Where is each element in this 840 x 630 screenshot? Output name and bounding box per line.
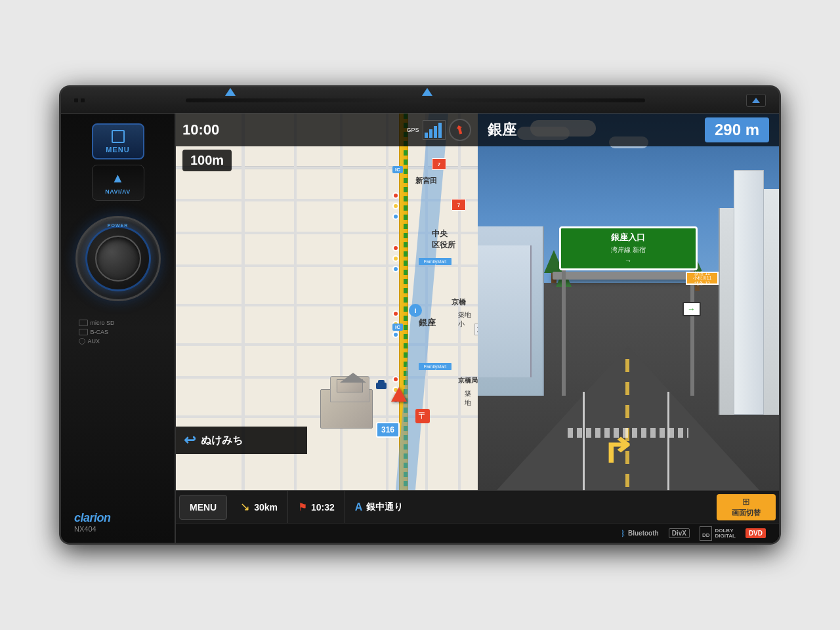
arrival-time-text: 10:32 [311,502,335,513]
building-right-tall [734,170,764,415]
place-ginza-map: 銀座 [419,317,436,329]
road-center-line [625,359,629,490]
place-tsukiji: 築地 [465,389,478,408]
bluetooth-icon: ᛒ [621,529,625,538]
orange-sign: 新宿 11小松川11北条 12 [686,272,719,285]
route-distance-item: ↖ 30km [230,491,288,523]
aux-icon [79,338,85,345]
arrival-time-item: ⚑ 10:32 [288,491,345,523]
road-line-left [583,392,585,490]
poi-familymart1: FamilyMart [419,258,452,265]
main-body: MENU ▲ NAVI/AV POWER micr [61,114,779,543]
screen-switch-icon: ⊞ [742,496,750,507]
microsd-icon [79,320,88,326]
compass: ⬆ [449,119,471,141]
navi-arrow-icon: ▲ [112,171,125,186]
road-line-right [667,392,669,490]
gps-block: GPS ⬆ [406,119,471,141]
map-distance: 100m [182,150,232,171]
dvd-label: DVD [746,528,766,538]
disc-slot-left [74,98,85,102]
route-dots-col1 [392,192,399,220]
post-office: 〒 [415,409,430,423]
road-name-item: A 銀中通り [345,491,413,523]
screen-content: 新宮田 中央区役所 銀座 京橋 築地小 京橋局 築地 歌舞伎座 IC IC 7 … [176,114,779,490]
power-ring [85,226,151,291]
road-number-badge: 316 [376,422,400,438]
map-panel[interactable]: 新宮田 中央区役所 銀座 京橋 築地小 京橋局 築地 歌舞伎座 IC IC 7 … [176,114,478,490]
dolby-symbol: DD [700,526,713,541]
dolby-text-stack: DOLBY DIGITAL [715,528,735,539]
device-unit: MENU ▲ NAVI/AV POWER micr [59,85,781,545]
brand-area: clarion NX404 [68,511,168,533]
view3d-top-bar: 銀座 290 m [478,114,780,146]
map-instruction: ↩ ぬけみち [176,427,307,454]
screen-switch-button[interactable]: ⊞ 画面切替 [717,494,776,520]
bcas-slot: B-CAS [79,329,158,335]
dolby-badge: DD DOLBY DIGITAL [700,526,736,541]
menu-button[interactable]: MENU [92,123,144,159]
power-inner [95,236,141,282]
left-control-panel: MENU ▲ NAVI/AV POWER micr [61,114,176,543]
indicator-left [74,98,78,102]
status-menu-label: MENU [190,502,217,513]
view3d-panel: ↱ [478,114,780,490]
map-time: 10:00 [182,121,219,138]
power-knob[interactable]: POWER [75,216,161,301]
menu-icon [112,130,125,143]
route-distance-text: 30km [254,502,278,513]
microsd-slot: micro SD [79,320,158,326]
eject-button[interactable] [746,94,766,107]
instruction-text: ぬけみち [201,434,243,448]
menu-button-label: MENU [106,146,129,154]
signal-bars [423,120,446,140]
disc-slot [186,98,645,102]
indicator-right [81,98,85,102]
map-top-overlay: 10:00 GPS ⬆ [176,114,478,146]
screen-switch-label: 画面切替 [732,508,761,518]
distance-badge-3d: 290 m [705,117,769,142]
brand-name: clarion [74,511,111,525]
gps-label: GPS [406,127,419,133]
map-road-v3 [340,114,343,490]
bcas-label: B-CAS [91,329,109,335]
place-kyobashikyoku: 京橋局 [458,376,478,385]
power-label: POWER [108,223,128,228]
place-kyobashi: 京橋 [452,297,466,307]
map-road-h5 [176,304,478,306]
street-name-3d: 銀座 [488,120,516,140]
crosswalk [568,428,688,438]
brand-highlight: c [74,511,81,524]
yellow-road-arrow: ↱ [600,432,636,471]
bcas-icon [79,329,88,335]
slots-area: micro SD B-CAS AUX [79,320,158,345]
top-strip [61,87,779,114]
dolby-digital: DIGITAL [715,534,735,539]
road-name-icon: A [355,501,363,513]
flag-icon: ⚑ [298,501,307,513]
aux-label: AUX [88,338,100,345]
bluetooth-badge: ᛒ Bluetooth [621,529,659,538]
place-chuo: 中央区役所 [432,228,455,251]
building-left-2 [478,245,532,377]
poi-7eleven-2: 7 [452,199,466,211]
poi-info: i [409,304,422,317]
turn-arrow-icon: ↩ [184,432,196,449]
road-name-text: 銀中通り [366,501,403,513]
bottom-brand-bar: ᛒ Bluetooth DivX DD DOLBY DIGITAL DV [176,523,779,543]
status-menu-button[interactable]: MENU [179,495,227,520]
poi-7eleven-1: 7 [432,158,446,170]
place-shinguda: 新宮田 [415,176,437,186]
highway-sign-text1: 銀座入口 [568,232,689,243]
dolby-dd: DD [702,532,710,538]
aux-slot: AUX [79,338,158,345]
power-knob-container: POWER [72,213,164,304]
navi-av-button[interactable]: ▲ NAVI/AV [92,165,144,201]
microsd-label: micro SD [91,320,115,326]
highway-sign: 銀座入口 湾岸線 新宿 → [559,226,698,270]
dvd-badge: DVD [746,528,766,538]
route-dots-col2 [392,245,399,272]
navi-av-label: NAVI/AV [105,188,131,195]
route-direction-icon: ↖ [240,500,250,514]
status-bar: MENU ↖ 30km ⚑ 10:32 A 銀中通り ⊞ 画面切替 [176,490,779,523]
